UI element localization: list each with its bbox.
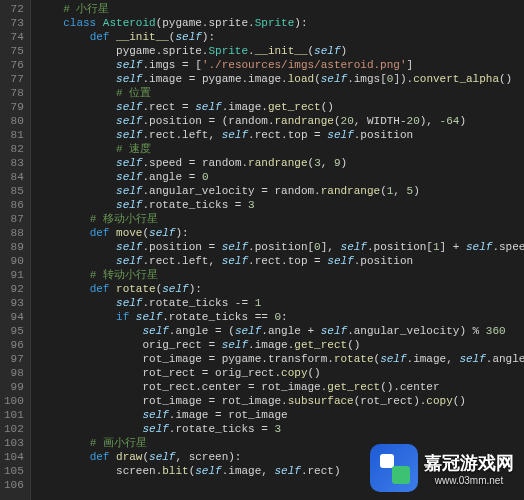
line-number: 75 — [4, 44, 24, 58]
line-number: 80 — [4, 114, 24, 128]
code-line: self.rotate_ticks = 3 — [37, 198, 524, 212]
code-line: self.rect.left, self.rect.top = self.pos… — [37, 128, 524, 142]
line-number: 85 — [4, 184, 24, 198]
line-number: 81 — [4, 128, 24, 142]
line-number: 74 — [4, 30, 24, 44]
line-number: 99 — [4, 380, 24, 394]
code-line: # 位置 — [37, 86, 524, 100]
line-number: 78 — [4, 86, 24, 100]
line-number: 105 — [4, 464, 24, 478]
line-number: 94 — [4, 310, 24, 324]
line-number: 77 — [4, 72, 24, 86]
line-number: 72 — [4, 2, 24, 16]
code-line: if self.rotate_ticks == 0: — [37, 310, 524, 324]
line-number: 104 — [4, 450, 24, 464]
code-line: # 小行星 — [37, 2, 524, 16]
code-line: self.rect = self.image.get_rect() — [37, 100, 524, 114]
line-number: 83 — [4, 156, 24, 170]
code-line: self.angle = 0 — [37, 170, 524, 184]
line-number: 84 — [4, 170, 24, 184]
code-line: def __init__(self): — [37, 30, 524, 44]
line-number: 101 — [4, 408, 24, 422]
line-number: 87 — [4, 212, 24, 226]
code-line: rot_rect.center = rot_image.get_rect().c… — [37, 380, 524, 394]
line-number: 82 — [4, 142, 24, 156]
code-line: def rotate(self): — [37, 282, 524, 296]
code-line: self.image = rot_image — [37, 408, 524, 422]
line-number: 88 — [4, 226, 24, 240]
code-line: self.rotate_ticks = 3 — [37, 422, 524, 436]
line-number: 93 — [4, 296, 24, 310]
code-line: rot_image = rot_image.subsurface(rot_rec… — [37, 394, 524, 408]
code-line: pygame.sprite.Sprite.__init__(self) — [37, 44, 524, 58]
line-number: 90 — [4, 254, 24, 268]
code-line: self.rotate_ticks -= 1 — [37, 296, 524, 310]
code-area[interactable]: # 小行星 class Asteroid(pygame.sprite.Sprit… — [31, 0, 524, 500]
line-number: 86 — [4, 198, 24, 212]
line-number: 73 — [4, 16, 24, 30]
code-line: self.position = (random.randrange(20, WI… — [37, 114, 524, 128]
line-number: 96 — [4, 338, 24, 352]
code-line: self.imgs = ['./resources/imgs/asteroid.… — [37, 58, 524, 72]
line-number: 92 — [4, 282, 24, 296]
code-line: # 移动小行星 — [37, 212, 524, 226]
line-number: 100 — [4, 394, 24, 408]
code-line: orig_rect = self.image.get_rect() — [37, 338, 524, 352]
line-number: 102 — [4, 422, 24, 436]
code-line: # 速度 — [37, 142, 524, 156]
code-line: self.speed = random.randrange(3, 9) — [37, 156, 524, 170]
code-editor: 7273747576777879808182838485868788899091… — [0, 0, 524, 500]
line-number: 98 — [4, 366, 24, 380]
line-number: 89 — [4, 240, 24, 254]
code-line: def move(self): — [37, 226, 524, 240]
watermark: 嘉冠游戏网 www.03mm.net — [370, 444, 514, 492]
code-line: self.angle = (self.angle + self.angular_… — [37, 324, 524, 338]
watermark-logo-icon — [370, 444, 418, 492]
line-number: 106 — [4, 478, 24, 492]
line-number: 103 — [4, 436, 24, 450]
watermark-title: 嘉冠游戏网 — [424, 451, 514, 475]
line-number: 91 — [4, 268, 24, 282]
line-number: 97 — [4, 352, 24, 366]
code-line: class Asteroid(pygame.sprite.Sprite): — [37, 16, 524, 30]
line-number: 76 — [4, 58, 24, 72]
code-line: # 转动小行星 — [37, 268, 524, 282]
code-line: self.angular_velocity = random.randrange… — [37, 184, 524, 198]
code-line: self.position = self.position[0], self.p… — [37, 240, 524, 254]
code-line: rot_rect = orig_rect.copy() — [37, 366, 524, 380]
line-number: 95 — [4, 324, 24, 338]
watermark-url: www.03mm.net — [435, 475, 503, 486]
line-number: 79 — [4, 100, 24, 114]
line-number-gutter: 7273747576777879808182838485868788899091… — [0, 0, 31, 500]
code-line: self.image = pygame.image.load(self.imgs… — [37, 72, 524, 86]
code-line: rot_image = pygame.transform.rotate(self… — [37, 352, 524, 366]
code-line: self.rect.left, self.rect.top = self.pos… — [37, 254, 524, 268]
